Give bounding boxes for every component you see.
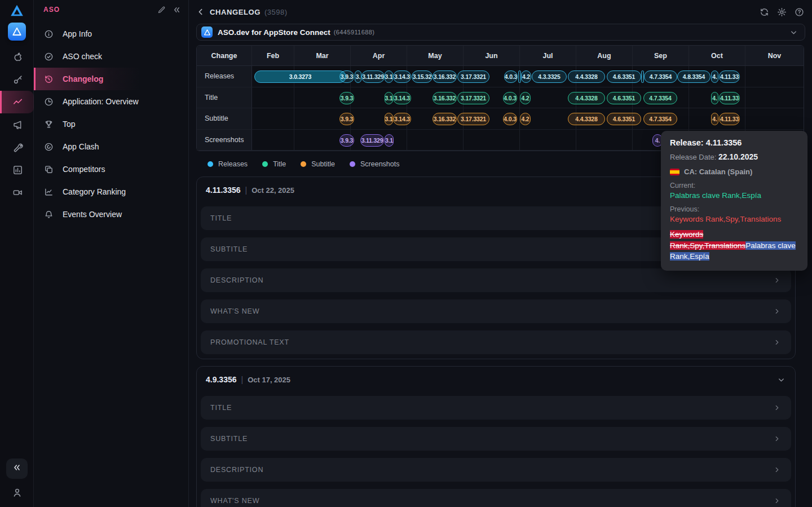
chevron-down-icon[interactable] [777, 376, 785, 384]
user-profile-button[interactable] [12, 481, 23, 506]
column-header-mar: Mar [294, 46, 351, 65]
title-version-pill[interactable]: 3.17.3321 [457, 92, 489, 104]
field-row-title[interactable]: TITLE [201, 396, 791, 420]
screenshots-version-pill[interactable]: 3.9.3 [339, 134, 354, 147]
refresh-icon[interactable] [758, 6, 770, 18]
rail-item-apple[interactable] [0, 46, 34, 68]
subtitle-version-pill[interactable]: 4.2 [520, 113, 531, 125]
edit-pencil-icon[interactable] [157, 6, 166, 14]
legend-label: Releases [218, 160, 248, 168]
bell-icon [44, 210, 54, 219]
field-label: SUBTITLE [210, 435, 248, 443]
rail-item-activity[interactable] [0, 91, 34, 113]
releases-version-pill[interactable]: 4.4.3328 [568, 70, 605, 83]
history-icon [44, 74, 54, 84]
releases-version-pill[interactable]: 4.11.33 [719, 70, 740, 83]
tooltip-current-value: Palabras clave Rank,Espía [670, 191, 798, 200]
rail-item-video-camera[interactable] [0, 181, 34, 204]
timeline-cell [407, 130, 464, 151]
field-row-promotional-text[interactable]: PROMOTIONAL TEXT [201, 330, 791, 354]
sidebar-item-events-overview[interactable]: Events Overview [34, 203, 188, 226]
releases-version-pill[interactable]: 4.7.3354 [644, 70, 677, 83]
title-version-pill[interactable]: 4.7.3354 [643, 92, 677, 104]
releases-version-pill[interactable]: 4.2 [521, 70, 531, 83]
title-version-pill[interactable]: 4.6.3351 [607, 92, 641, 104]
title-version-pill[interactable]: 4.4.3328 [568, 92, 605, 104]
rail-collapse-button[interactable] [6, 458, 28, 479]
timeline-cell [464, 130, 520, 151]
releases-version-pill[interactable]: 3.11.329 [361, 70, 385, 83]
releases-version-pill[interactable]: 4. [711, 70, 718, 83]
releases-version-pill[interactable]: 3.17.3321 [457, 70, 489, 83]
releases-version-pill[interactable]: 3.9.3 [339, 70, 354, 83]
section-header[interactable]: 4.9.3356|Oct 17, 2025 [201, 371, 791, 389]
sidebar-item-application-overview[interactable]: Application: Overview [34, 90, 188, 113]
releases-version-pill[interactable]: 3.16.332 [433, 70, 457, 83]
screenshots-version-pill[interactable]: 3.1 [385, 134, 394, 147]
section-version: 4.11.3356 [206, 186, 241, 195]
subtitle-version-pill[interactable]: 4. [711, 113, 718, 125]
field-label: WHAT'S NEW [210, 497, 259, 505]
sidebar-item-category-ranking[interactable]: Category Ranking [34, 180, 188, 203]
subtitle-version-pill[interactable]: 4.11.33 [719, 113, 740, 125]
releases-version-pill[interactable]: 4.3.3325 [532, 70, 567, 83]
subtitle-version-pill[interactable]: 3.9.3 [339, 113, 354, 125]
title-version-pill[interactable]: 4.2 [520, 92, 531, 104]
legend-dot-icon [301, 161, 306, 167]
releases-version-pill[interactable]: 3.1 [385, 70, 393, 83]
sidebar-item-changelog[interactable]: Changelog [34, 68, 141, 90]
title-version-pill[interactable]: 3.1 [385, 92, 393, 104]
title-version-pill[interactable]: 3.9.3 [339, 92, 354, 104]
app-selector[interactable]: ASO.dev for AppStore Connect (6445911688… [196, 24, 805, 41]
rail-item-app[interactable] [0, 21, 34, 42]
field-row-what-s-new[interactable]: WHAT'S NEW [201, 489, 791, 507]
rail-item-wrench[interactable] [0, 136, 34, 158]
copies-icon [44, 165, 54, 174]
subtitle-version-pill[interactable]: 4.0.3 [503, 113, 517, 125]
title-version-pill[interactable]: 4. [711, 92, 718, 104]
field-row-description[interactable]: DESCRIPTION [201, 268, 791, 292]
field-row-description[interactable]: DESCRIPTION [201, 458, 791, 482]
sidebar-collapse-icon[interactable] [173, 6, 181, 14]
releases-version-pill[interactable]: 4.6.3351 [607, 70, 641, 83]
releases-version-pill[interactable]: 4.8.3354 [677, 70, 710, 83]
row-label: Screenshots [197, 130, 252, 151]
column-header-sep: Sep [633, 46, 689, 65]
title-version-pill[interactable]: 3.16.332 [433, 92, 457, 104]
rail-item-key[interactable] [0, 68, 34, 91]
rail-item-megaphone[interactable] [0, 113, 34, 136]
subtitle-version-pill[interactable]: 4.4.3328 [568, 113, 605, 125]
tooltip-locale: CA: Catalan (Spain) [684, 167, 752, 176]
releases-version-pill[interactable]: 3.14.3 [393, 70, 411, 83]
row-label: Subtitle [197, 108, 252, 129]
sidebar-item-competitors[interactable]: Competitors [34, 158, 188, 180]
subtitle-version-pill[interactable]: 4.6.3351 [607, 113, 641, 125]
settings-gear-icon[interactable] [775, 6, 788, 18]
section-version: 4.9.3356 [206, 375, 237, 384]
subtitle-version-pill[interactable]: 3.14.3 [393, 113, 411, 125]
releases-version-pill[interactable]: 3.0.3273 [254, 70, 346, 83]
field-row-subtitle[interactable]: SUBTITLE [201, 427, 791, 451]
help-icon[interactable] [793, 6, 805, 18]
sidebar-item-aso-check[interactable]: ASO check [34, 45, 188, 68]
title-version-pill[interactable]: 3.14.3 [393, 92, 411, 104]
sidebar-item-app-clash[interactable]: App Clash [34, 135, 188, 158]
sidebar-item-app-info[interactable]: App Info [34, 23, 188, 45]
back-icon[interactable] [196, 7, 205, 16]
rail-item-bar-chart[interactable] [0, 158, 34, 181]
field-row-what-s-new[interactable]: WHAT'S NEW [201, 299, 791, 323]
releases-version-pill[interactable]: 4.0.3 [504, 70, 518, 83]
releases-version-pill[interactable]: 3.15.32 [412, 70, 433, 83]
info-circle-icon [44, 29, 54, 39]
subtitle-version-pill[interactable]: 3.17.3321 [457, 113, 489, 125]
subtitle-version-pill[interactable]: 4.7.3354 [643, 113, 677, 125]
screenshots-version-pill[interactable]: 3.11.329 [360, 134, 384, 147]
timeline-cell [745, 108, 804, 129]
title-version-pill[interactable]: 4.0.3 [503, 92, 517, 104]
sidebar-item-top[interactable]: Top [34, 113, 188, 135]
title-version-pill[interactable]: 4.11.33 [719, 92, 740, 104]
releases-version-pill[interactable]: 3. [355, 70, 361, 83]
subtitle-version-pill[interactable]: 3.1 [385, 113, 393, 125]
tooltip-date-value: 22.10.2025 [718, 152, 758, 161]
subtitle-version-pill[interactable]: 3.16.332 [433, 113, 457, 125]
